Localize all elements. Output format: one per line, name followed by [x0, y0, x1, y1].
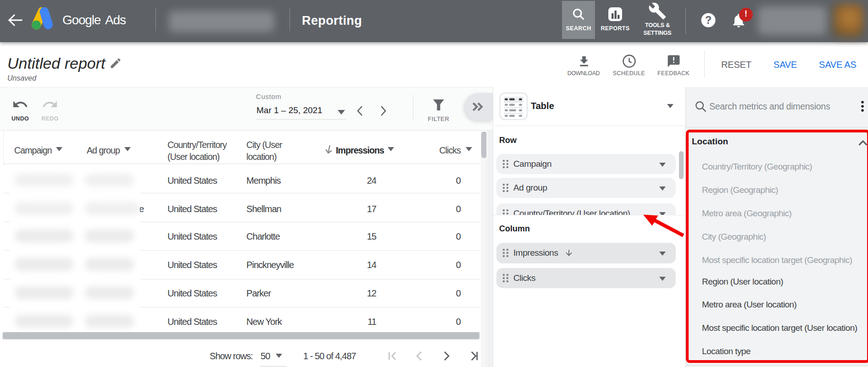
svg-text:?: ? [705, 14, 712, 26]
